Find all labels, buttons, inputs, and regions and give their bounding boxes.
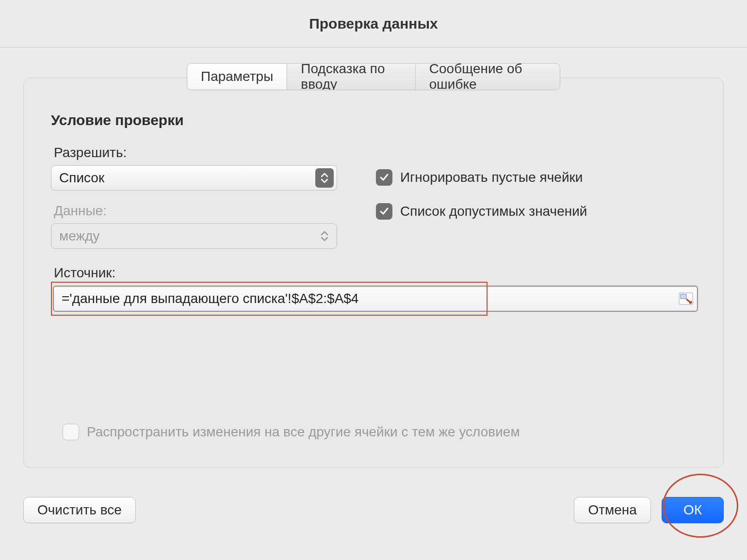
checkmark-icon: [379, 173, 389, 182]
apply-same-checkbox: [63, 424, 79, 440]
data-value: между: [59, 228, 100, 244]
ok-button[interactable]: ОК: [662, 497, 724, 523]
source-label: Источник:: [54, 265, 696, 281]
allow-combobox[interactable]: Список: [51, 165, 337, 191]
range-selector-icon: [679, 292, 693, 305]
button-bar: Очистить все Отмена ОК: [23, 497, 724, 523]
dropdown-list-label: Список допустимых значений: [400, 204, 587, 219]
parameters-panel: Условие проверки Разрешить: Список Данны…: [23, 78, 724, 468]
ignore-blank-label: Игнорировать пустые ячейки: [400, 170, 583, 185]
allow-label: Разрешить:: [54, 145, 342, 160]
section-heading: Условие проверки: [51, 112, 696, 128]
tab-input-hint[interactable]: Подсказка по вводу: [287, 64, 416, 90]
dialog-titlebar: Проверка данных: [0, 0, 747, 48]
data-combobox: между: [51, 224, 337, 249]
clear-all-button[interactable]: Очистить все: [23, 497, 136, 523]
source-value: ='данные для выпадающего списка'!$A$2:$A…: [62, 291, 358, 306]
allow-value: Список: [59, 170, 104, 186]
checkmark-icon: [379, 207, 389, 216]
cancel-button[interactable]: Отмена: [574, 497, 650, 523]
dropdown-list-checkbox[interactable]: [376, 203, 392, 220]
source-input[interactable]: ='данные для выпадающего списка'!$A$2:$A…: [53, 286, 698, 312]
tab-parameters[interactable]: Параметры: [187, 64, 287, 90]
range-selector-button[interactable]: [679, 292, 693, 305]
updown-icon: [315, 168, 334, 188]
dialog-title: Проверка данных: [309, 16, 438, 32]
apply-same-label: Распространить изменения на все другие я…: [87, 424, 520, 440]
updown-icon: [315, 226, 334, 246]
tab-strip: Параметры Подсказка по вводу Сообщение о…: [187, 63, 560, 90]
ignore-blank-checkbox[interactable]: [376, 169, 392, 186]
tab-error-message[interactable]: Сообщение об ошибке: [416, 64, 560, 90]
svg-rect-1: [681, 294, 686, 299]
data-label: Данные:: [54, 203, 342, 219]
